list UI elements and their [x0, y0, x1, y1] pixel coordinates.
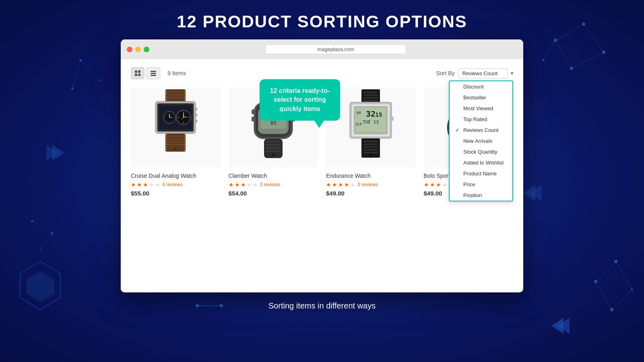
svg-line-7 — [572, 52, 604, 68]
grid-view-button[interactable] — [131, 67, 144, 79]
product-image[interactable] — [131, 87, 221, 168]
dropdown-item-added-to-wishlist[interactable]: Added to Wishlist — [450, 157, 512, 168]
dropdown-item-stock-quantity[interactable]: Stock Quantity — [450, 146, 512, 157]
view-buttons — [131, 67, 160, 79]
dropdown-item-label: Reviews Count — [463, 127, 498, 133]
star-2: ★ — [235, 181, 240, 188]
svg-text:15: 15 — [376, 111, 382, 118]
sort-dropdown-menu: Discount Bestseller Most Viewed Top Rate… — [449, 80, 513, 202]
svg-line-8 — [555, 40, 572, 68]
dropdown-item-reviews-count[interactable]: ✓ Reviews Count — [450, 125, 512, 136]
svg-rect-109 — [363, 141, 378, 142]
svg-rect-84 — [252, 117, 255, 121]
svg-point-12 — [631, 288, 633, 291]
svg-point-3 — [570, 67, 573, 70]
items-count: 9 Items — [167, 70, 186, 76]
svg-line-15 — [616, 261, 632, 290]
star-1: ★ — [326, 181, 331, 188]
svg-text:AM: AM — [357, 111, 361, 115]
product-rating: ★ ★ ★ ★ ★ 3 reviews — [326, 181, 416, 188]
product-rating: ★ ★ ★ ★ ★ 4 reviews — [131, 181, 221, 188]
svg-line-14 — [596, 261, 616, 282]
tooltip-bubble: 12 criteria ready-to-select for sorting … — [260, 79, 340, 121]
dropdown-item-label: Price — [463, 181, 475, 187]
dropdown-item-position[interactable]: Position — [450, 190, 512, 201]
svg-rect-41 — [167, 94, 184, 95]
svg-point-4 — [542, 59, 545, 62]
star-4: ★ — [344, 181, 349, 188]
product-price: $49.00 — [326, 190, 416, 197]
product-name: Cruise Dual Analog Watch — [131, 173, 221, 179]
close-dot[interactable] — [127, 47, 132, 52]
svg-point-27 — [100, 80, 101, 81]
star-4: ★ — [149, 181, 154, 188]
url-bar[interactable]: mageplaza.com — [265, 44, 406, 54]
product-name: Endurance Watch — [326, 173, 416, 179]
dropdown-item-bestseller[interactable]: Bestseller — [450, 92, 512, 103]
product-rating: ★ ★ ★ ★ ★ 3 reviews — [229, 181, 318, 188]
svg-rect-113 — [363, 152, 378, 153]
sort-dropdown-trigger[interactable]: Reviews Count — [458, 68, 508, 78]
svg-point-28 — [71, 87, 74, 90]
star-1: ★ — [424, 181, 429, 188]
dropdown-item-most-viewed[interactable]: Most Viewed — [450, 103, 512, 114]
dropdown-item-label: Most Viewed — [463, 105, 493, 111]
svg-line-34 — [32, 221, 52, 233]
svg-rect-111 — [363, 146, 378, 148]
svg-rect-61 — [195, 107, 197, 111]
product-price: $54.00 — [229, 190, 318, 197]
reviews-count[interactable]: 4 reviews — [162, 182, 183, 187]
star-4: ★ — [442, 181, 447, 188]
svg-rect-88 — [266, 141, 281, 142]
product-name: Clamber Watch — [229, 173, 318, 179]
reviews-count[interactable]: 3 reviews — [260, 182, 281, 187]
dropdown-item-top-rated[interactable]: Top Rated — [450, 114, 512, 125]
stars: ★ ★ ★ ★ ★ — [229, 181, 258, 188]
svg-line-35 — [40, 233, 52, 249]
maximize-dot[interactable] — [144, 47, 149, 52]
minimize-dot[interactable] — [135, 47, 141, 52]
svg-text:32: 32 — [366, 109, 376, 119]
dropdown-item-label: Stock Quantity — [463, 149, 497, 155]
star-2: ★ — [137, 181, 142, 188]
page-title: 12 PRODUCT SORTING OPTIONS — [0, 0, 644, 39]
product-price: $55.00 — [131, 190, 221, 197]
list-view-button[interactable] — [147, 67, 160, 79]
svg-point-92 — [272, 154, 275, 156]
svg-point-114 — [369, 154, 372, 156]
svg-rect-66 — [167, 138, 184, 140]
dropdown-item-label: New Arrivals — [463, 138, 492, 144]
svg-rect-95 — [363, 95, 378, 96]
svg-point-26 — [79, 59, 82, 62]
browser-window: mageplaza.com 9 — [121, 39, 523, 292]
dropdown-item-label: Bestseller — [463, 95, 486, 101]
svg-rect-89 — [266, 144, 281, 146]
svg-point-71 — [175, 148, 177, 150]
reviews-count[interactable]: 3 reviews — [357, 182, 378, 187]
svg-rect-96 — [363, 97, 378, 99]
list-icon — [151, 71, 156, 76]
svg-point-31 — [31, 220, 33, 222]
svg-rect-42 — [167, 97, 184, 98]
dropdown-item-price[interactable]: Price — [450, 179, 512, 190]
dropdown-item-label: Product Name — [463, 171, 497, 177]
svg-rect-67 — [167, 141, 184, 142]
star-3: ★ — [241, 181, 246, 188]
dropdown-item-new-arrivals[interactable]: New Arrivals — [450, 136, 512, 146]
sort-arrow-icon: ▾ — [511, 70, 513, 76]
stars: ★ ★ ★ ★ ★ — [131, 181, 160, 188]
dropdown-item-product-name[interactable]: Product Name — [450, 168, 512, 179]
product-card: Cruise Dual Analog Watch ★ ★ ★ ★ ★ 4 rev… — [131, 87, 221, 197]
sort-section: Sort By Reviews Count ▾ Discount Bestsel… — [436, 68, 513, 78]
stars: ★ ★ ★ ★ ★ — [326, 181, 355, 188]
svg-rect-93 — [361, 89, 380, 104]
star-5: ★ — [350, 181, 355, 188]
dropdown-item-discount[interactable]: Discount — [450, 81, 512, 92]
dropdown-item-label: Discount — [463, 84, 484, 90]
svg-rect-63 — [195, 119, 197, 123]
svg-line-30 — [72, 60, 80, 88]
page-subtitle: Sorting items in different ways — [0, 301, 644, 311]
svg-marker-25 — [26, 272, 54, 302]
star-2: ★ — [332, 181, 337, 188]
sort-label: Sort By — [436, 70, 455, 76]
